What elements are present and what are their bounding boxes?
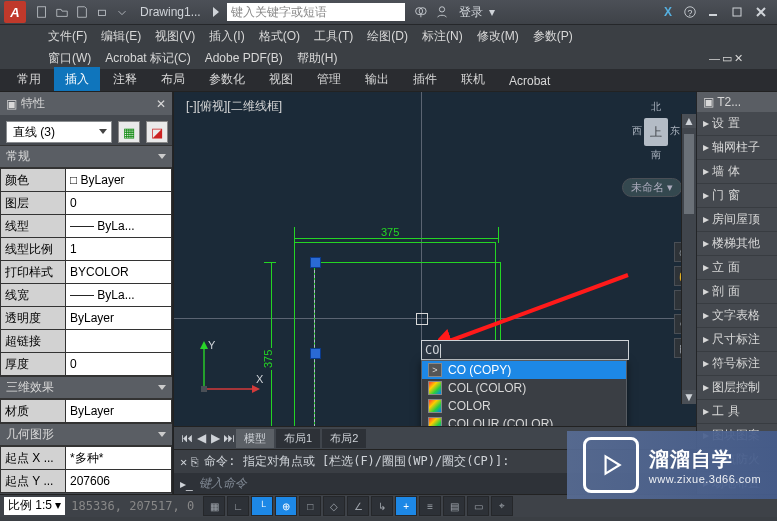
login-link[interactable]: 登录 xyxy=(459,4,483,21)
section-geometry[interactable]: 几何图形 xyxy=(6,426,54,443)
property-value[interactable]: ByLayer xyxy=(66,307,172,330)
status-lwt-toggle[interactable]: ≡ xyxy=(419,496,441,516)
panel-pin-icon[interactable]: ▣ xyxy=(6,97,17,111)
tool-palette-item[interactable]: ▸ 设 置 xyxy=(697,112,777,136)
status-otrack-toggle[interactable]: ∠ xyxy=(347,496,369,516)
grip-midpoint[interactable] xyxy=(310,348,321,359)
tool-palette-item[interactable]: ▸ 剖 面 xyxy=(697,280,777,304)
tab-scroll-last-icon[interactable]: ⏭ xyxy=(222,430,236,446)
scroll-up-icon[interactable]: ▲ xyxy=(682,114,696,128)
status-grid-toggle[interactable]: ▦ xyxy=(203,496,225,516)
status-snap-toggle[interactable]: ∟ xyxy=(227,496,249,516)
menu-item[interactable]: 标注(N) xyxy=(422,28,463,45)
status-dyn-toggle[interactable]: + xyxy=(395,496,417,516)
viewcube-ucs-button[interactable]: 未命名 ▾ xyxy=(622,178,682,197)
property-value[interactable]: 0 xyxy=(66,353,172,376)
tool-palette-item[interactable]: ▸ 门 窗 xyxy=(697,184,777,208)
drawing-canvas[interactable]: [-][俯视][二维线框] 375 375 xyxy=(174,92,696,426)
autocomplete-item[interactable]: COLOUR (COLOR) xyxy=(422,415,626,426)
property-value[interactable]: 1 xyxy=(66,238,172,261)
exchange-icon[interactable]: X xyxy=(659,3,677,21)
tab-scroll-first-icon[interactable]: ⏮ xyxy=(180,430,194,446)
tool-palette-item[interactable]: ▸ 墙 体 xyxy=(697,160,777,184)
user-icon[interactable] xyxy=(433,3,451,21)
property-value[interactable]: □ ByLayer xyxy=(66,169,172,192)
tool-palette-item[interactable]: ▸ 工 具 xyxy=(697,400,777,424)
status-ortho-toggle[interactable]: └ xyxy=(251,496,273,516)
minimize-button[interactable] xyxy=(702,4,724,20)
layout-tab[interactable]: 布局1 xyxy=(276,429,320,448)
qat-new-icon[interactable] xyxy=(34,4,50,20)
help-icon[interactable]: ? xyxy=(681,3,699,21)
menu-item[interactable]: 视图(V) xyxy=(155,28,195,45)
autocomplete-item[interactable]: COLOR xyxy=(422,397,626,415)
status-sc-toggle[interactable]: ⌖ xyxy=(491,496,513,516)
menu-item[interactable]: 文件(F) xyxy=(48,28,87,45)
qat-open-icon[interactable] xyxy=(54,4,70,20)
status-ducs-toggle[interactable]: ↳ xyxy=(371,496,393,516)
qat-save-icon[interactable] xyxy=(74,4,90,20)
ribbon-tab[interactable]: 输出 xyxy=(354,67,400,91)
ribbon-tab[interactable]: 插件 xyxy=(402,67,448,91)
ribbon-tab[interactable]: Acrobat xyxy=(498,70,561,91)
autocomplete-item[interactable]: >CO (COPY) xyxy=(422,361,626,379)
menu-item[interactable]: 格式(O) xyxy=(259,28,300,45)
status-polar-toggle[interactable]: ⊕ xyxy=(275,496,297,516)
canvas-scrollbar-vertical[interactable]: ▲ ▼ xyxy=(681,114,696,404)
tool-palette-pin-icon[interactable]: ▣ xyxy=(703,95,714,109)
ucs-icon[interactable]: Y X xyxy=(194,339,264,402)
tool-palette-item[interactable]: ▸ 房间屋顶 xyxy=(697,208,777,232)
scale-combo[interactable]: 比例 1:5 ▾ xyxy=(4,497,65,515)
tool-palette-item[interactable]: ▸ 符号标注 xyxy=(697,352,777,376)
ribbon-tab[interactable]: 管理 xyxy=(306,67,352,91)
grip-endpoint[interactable] xyxy=(310,257,321,268)
object-type-combo[interactable]: 直线 (3) xyxy=(6,121,112,143)
property-value[interactable]: —— ByLa... xyxy=(66,215,172,238)
ribbon-tab[interactable]: 插入 xyxy=(54,67,100,91)
menu-item[interactable]: 插入(I) xyxy=(209,28,244,45)
ribbon-tab[interactable]: 参数化 xyxy=(198,67,256,91)
property-value[interactable]: 207606 xyxy=(66,470,172,493)
property-value[interactable]: ByLayer xyxy=(66,400,172,423)
property-value[interactable]: BYCOLOR xyxy=(66,261,172,284)
maximize-button[interactable] xyxy=(726,4,748,20)
tab-scroll-prev-icon[interactable]: ◀ xyxy=(194,430,208,446)
property-value[interactable]: —— ByLa... xyxy=(66,284,172,307)
ribbon-tab[interactable]: 常用 xyxy=(6,67,52,91)
scroll-thumb[interactable] xyxy=(684,134,694,214)
menu-item[interactable]: 编辑(E) xyxy=(101,28,141,45)
tool-palette-item[interactable]: ▸ 图层控制 xyxy=(697,376,777,400)
tab-scroll-next-icon[interactable]: ▶ xyxy=(208,430,222,446)
ribbon-tab[interactable]: 注释 xyxy=(102,67,148,91)
ribbon-tab[interactable]: 布局 xyxy=(150,67,196,91)
doc-close-button[interactable]: ✕ xyxy=(734,52,743,65)
qat-print-icon[interactable] xyxy=(94,4,110,20)
command-close-icon[interactable]: ✕ xyxy=(180,455,187,469)
section-general[interactable]: 常规 xyxy=(6,148,30,165)
select-objects-button[interactable]: ◪ xyxy=(146,121,168,143)
autocomplete-item[interactable]: COL (COLOR) xyxy=(422,379,626,397)
help-search-input[interactable]: 键入关键字或短语 xyxy=(227,3,405,21)
menu-item[interactable]: 窗口(W) xyxy=(48,50,91,67)
menu-item[interactable]: 修改(M) xyxy=(477,28,519,45)
qat-more-icon[interactable] xyxy=(114,4,130,20)
app-logo[interactable]: A xyxy=(4,1,26,23)
viewport-label[interactable]: [-][俯视][二维线框] xyxy=(186,98,282,115)
close-button[interactable] xyxy=(750,4,772,20)
property-value[interactable]: *多种* xyxy=(66,447,172,470)
menu-item[interactable]: 参数(P) xyxy=(533,28,573,45)
search-icon[interactable] xyxy=(411,3,429,21)
menu-item[interactable]: 绘图(D) xyxy=(367,28,408,45)
property-value[interactable] xyxy=(66,330,172,353)
status-qp-toggle[interactable]: ▭ xyxy=(467,496,489,516)
status-3dosnap-toggle[interactable]: ◇ xyxy=(323,496,345,516)
status-osnap-toggle[interactable]: □ xyxy=(299,496,321,516)
menu-item[interactable]: 帮助(H) xyxy=(297,50,338,67)
tool-palette-item[interactable]: ▸ 尺寸标注 xyxy=(697,328,777,352)
menu-item[interactable]: Adobe PDF(B) xyxy=(205,51,283,65)
tool-palette-item[interactable]: ▸ 立 面 xyxy=(697,256,777,280)
viewcube[interactable]: 北 西 上 东 南 xyxy=(632,100,680,162)
selected-dashed-line[interactable] xyxy=(314,260,315,426)
ribbon-tab[interactable]: 视图 xyxy=(258,67,304,91)
doc-minimize-button[interactable]: — xyxy=(709,52,720,64)
